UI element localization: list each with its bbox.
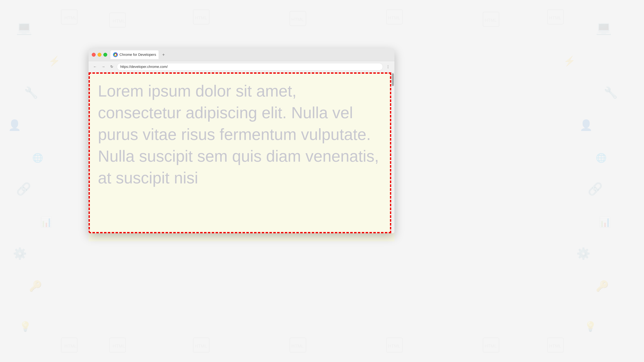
svg-text:⚡: ⚡: [564, 55, 576, 67]
tab-bar: Chrome for Developers +: [110, 50, 391, 59]
svg-text:🔗: 🔗: [588, 182, 603, 196]
svg-text:🔑: 🔑: [596, 280, 609, 292]
svg-text:⚙️: ⚙️: [13, 247, 27, 260]
new-tab-button[interactable]: +: [160, 51, 167, 58]
svg-text:HTML: HTML: [195, 344, 207, 349]
title-bar: Chrome for Developers +: [88, 48, 394, 61]
svg-text:HTML: HTML: [292, 344, 304, 349]
svg-text:🔗: 🔗: [16, 182, 31, 196]
reload-button[interactable]: ↻: [108, 63, 115, 70]
svg-text:🌐: 🌐: [596, 153, 607, 163]
svg-text:HTML: HTML: [64, 15, 77, 20]
svg-text:HTML: HTML: [113, 18, 125, 23]
svg-text:HTML: HTML: [549, 344, 561, 349]
svg-text:💡: 💡: [584, 321, 596, 332]
browser-menu-button[interactable]: ⋮: [385, 63, 391, 70]
svg-text:🔧: 🔧: [604, 86, 618, 99]
forward-button[interactable]: →: [100, 63, 106, 70]
svg-text:💻: 💻: [16, 20, 32, 35]
svg-text:💡: 💡: [19, 321, 32, 332]
svg-text:HTML: HTML: [484, 18, 497, 23]
tab-title: Chrome for Developers: [120, 53, 156, 57]
svg-text:HTML: HTML: [549, 15, 561, 20]
svg-text:HTML: HTML: [64, 344, 77, 349]
svg-text:👤: 👤: [580, 119, 593, 131]
lorem-ipsum-text: Lorem ipsum dolor sit amet, consectetur …: [98, 80, 382, 189]
browser-window: Chrome for Developers + ← → ↻ https://de…: [88, 48, 394, 233]
svg-text:💻: 💻: [596, 20, 612, 35]
page-content: Lorem ipsum dolor sit amet, consectetur …: [88, 72, 391, 233]
url-text: https://developer.chrome.com/: [120, 65, 168, 69]
svg-text:👤: 👤: [8, 119, 21, 131]
svg-text:HTML: HTML: [292, 17, 304, 22]
svg-text:HTML: HTML: [195, 15, 207, 20]
svg-text:⚙️: ⚙️: [576, 247, 590, 260]
scrollbar-thumb[interactable]: [392, 73, 394, 86]
nav-bar: ← → ↻ https://developer.chrome.com/ ⋮: [88, 61, 394, 72]
svg-text:HTML: HTML: [484, 344, 497, 349]
close-button[interactable]: [92, 53, 96, 57]
svg-point-50: [115, 54, 116, 55]
address-bar[interactable]: https://developer.chrome.com/: [117, 63, 383, 70]
back-button[interactable]: ←: [92, 63, 98, 70]
traffic-lights: [92, 53, 107, 57]
svg-text:📊: 📊: [40, 216, 52, 228]
active-tab[interactable]: Chrome for Developers: [110, 50, 158, 59]
svg-text:🔧: 🔧: [24, 86, 38, 99]
content-wrapper: Lorem ipsum dolor sit amet, consectetur …: [88, 72, 394, 233]
svg-text:⚡: ⚡: [48, 55, 60, 67]
svg-text:HTML: HTML: [113, 344, 125, 349]
svg-text:HTML: HTML: [388, 15, 400, 20]
svg-text:🔑: 🔑: [29, 280, 42, 292]
chrome-logo-icon: [113, 52, 118, 57]
svg-text:🌐: 🌐: [32, 153, 43, 163]
svg-text:HTML: HTML: [388, 344, 400, 349]
svg-text:📊: 📊: [599, 216, 611, 228]
scrollbar[interactable]: [391, 72, 394, 233]
maximize-button[interactable]: [103, 53, 107, 57]
minimize-button[interactable]: [98, 53, 102, 57]
